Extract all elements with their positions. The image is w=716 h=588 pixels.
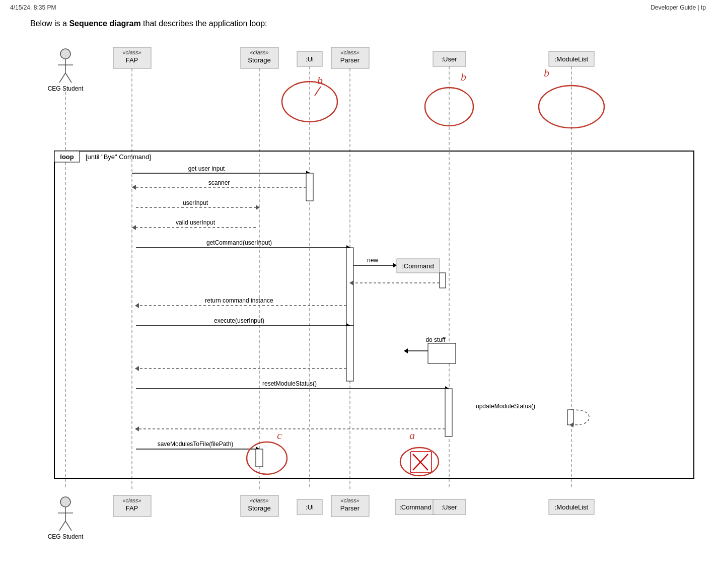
svg-text:CEG Student: CEG Student [48, 533, 84, 540]
msg-scanner-arrowhead [132, 185, 136, 190]
svg-text::ModuleList: :ModuleList [555, 55, 589, 63]
svg-text::User: :User [441, 503, 457, 511]
svg-text:FAP: FAP [126, 56, 138, 64]
top-bar: 4/15/24, 8:35 PM Developer Guide | tp [0, 0, 716, 15]
msg-scanner-label: scanner [208, 179, 230, 186]
svg-text::User: :User [441, 55, 457, 63]
svg-text:Parser: Parser [340, 504, 360, 512]
svg-text:«class»: «class» [250, 497, 268, 503]
svg-line-3 [59, 73, 65, 83]
msg-get-user-input-label: get user input [188, 165, 225, 172]
svg-line-24 [59, 521, 65, 531]
annotation-arrow-b1 [315, 87, 321, 96]
msg-getcommand-label: getCommand(userInput) [206, 239, 272, 246]
lifeline-modulelist-top: :ModuleList [549, 51, 594, 66]
msg-valid-userinput-label: valid userInput [176, 219, 216, 226]
svg-line-25 [65, 521, 71, 531]
msg-return-execute-arrowhead [135, 366, 139, 371]
activation-parser-2 [346, 326, 353, 381]
svg-text:«class»: «class» [122, 49, 141, 55]
actor-ceg-student-top: CEG Student [48, 49, 84, 92]
svg-point-21 [60, 497, 70, 507]
intro-section: Below is a Sequence diagram that describ… [0, 15, 716, 36]
annotation-circle-storage-bottom [247, 442, 287, 474]
annotation-b-storage: b [317, 74, 323, 87]
msg-return-cmd-instance-label: return command instance [205, 297, 273, 304]
lifeline-parser-top: «class» Parser [331, 47, 369, 68]
msg-new-arrowhead [393, 263, 397, 268]
svg-text:Parser: Parser [340, 56, 360, 64]
svg-text:Storage: Storage [248, 56, 271, 64]
svg-text:«class»: «class» [122, 497, 141, 503]
annotation-b-modulelist: b [544, 66, 549, 79]
activation-ui-1 [306, 173, 313, 201]
annotation-c-bottom: c [277, 429, 282, 442]
lifeline-user-top: :User [433, 51, 466, 66]
loop-label-text: loop [60, 153, 74, 161]
svg-text:«class»: «class» [340, 49, 359, 55]
datetime-label: 4/15/24, 8:35 PM [10, 4, 56, 11]
svg-text:«class»: «class» [340, 497, 359, 503]
msg-return-cmd-instance-arrowhead [135, 303, 139, 308]
svg-text::ModuleList: :ModuleList [555, 503, 589, 511]
msg-update-module-selfline [571, 410, 589, 425]
svg-text:«class»: «class» [250, 49, 268, 55]
svg-text:CEG Student: CEG Student [48, 85, 84, 92]
annotation-a-command: a [409, 429, 415, 442]
activation-modulelist-1 [567, 410, 574, 425]
svg-text::Command: :Command [399, 503, 432, 511]
msg-save-modules-label: saveModulesToFile(filePath) [158, 440, 234, 448]
activation-do-stuff [428, 343, 456, 363]
activation-user-1 [445, 389, 452, 436]
lifeline-storage-top: «class» Storage [241, 47, 278, 68]
loop-condition-text: [until "Bye" Command] [86, 153, 151, 161]
sequence-diagram-svg: CEG Student «class» FAP «class» Storage … [20, 36, 695, 540]
msg-return-modulelist-arrowhead [135, 426, 139, 431]
msg-update-module-label: updateModuleStatus() [476, 403, 535, 410]
msg-userinput-label: userInput [183, 199, 208, 206]
annotation-b-user: b [461, 70, 466, 83]
msg-execute-label: execute(userInput) [214, 317, 264, 324]
activation-storage-final [256, 449, 263, 467]
page-title: Developer Guide | tp [651, 4, 706, 11]
msg-valid-userinput-arrowhead [132, 225, 136, 230]
actor-ceg-student-bottom: CEG Student [48, 497, 84, 540]
lifeline-ui-top: :Ui [297, 51, 322, 66]
diagram-area: CEG Student «class» FAP «class» Storage … [20, 36, 696, 489]
svg-point-0 [60, 49, 70, 59]
svg-line-4 [65, 73, 71, 83]
msg-do-stuff-label: do stuff [425, 336, 446, 343]
activation-parser-1 [346, 248, 353, 326]
svg-text::Ui: :Ui [306, 55, 314, 63]
msg-do-stuff-arrowhead [404, 348, 408, 353]
lifeline-fap-top: «class» FAP [113, 47, 151, 68]
msg-reset-module-label: resetModuleStatus() [262, 380, 317, 387]
command-label: :Command [402, 262, 434, 270]
svg-text::Ui: :Ui [306, 503, 314, 511]
svg-text:FAP: FAP [126, 504, 138, 512]
msg-new-label: new [367, 257, 378, 264]
intro-bold: Sequence diagram [69, 19, 140, 28]
activation-command-1 [440, 273, 446, 288]
svg-text:Storage: Storage [248, 504, 271, 512]
